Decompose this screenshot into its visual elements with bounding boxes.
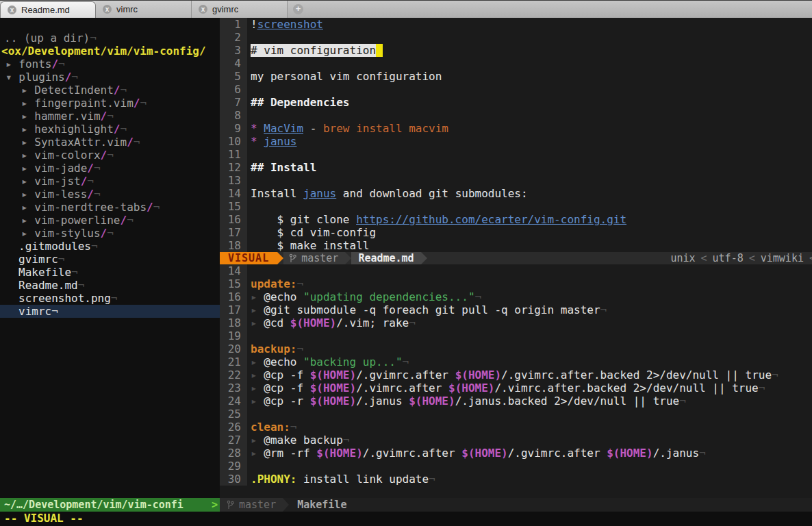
tree-item-screenshot.png[interactable]: screenshot.png¬ (0, 292, 220, 305)
code-segment: ▸ (251, 394, 264, 408)
tree-item-fingerpaint.vim[interactable]: ▸ fingerpaint.vim/¬ (0, 97, 220, 110)
tree-item-syntaxattr.vim[interactable]: ▸ SyntaxAttr.vim/¬ (0, 136, 220, 149)
code-segment: /.vimrc.after.backed 2>/dev/null || true (494, 381, 758, 394)
eol-marker: ¬ (87, 175, 94, 188)
code-text: ▸ @cd $(HOME)/.vim; rake¬ (247, 316, 416, 329)
tree-item-vim-jade[interactable]: ▸ vim-jade/¬ (0, 162, 220, 175)
eol-marker: ¬ (296, 342, 303, 355)
git-branch-icon (227, 500, 234, 510)
tree-item-label: / (147, 201, 153, 214)
code-text: ▸ @git submodule -q foreach git pull -q … (247, 303, 607, 316)
code-line: 7## Dependencies (220, 96, 812, 109)
tab-close-icon[interactable]: x (8, 5, 16, 14)
code-text: * janus (247, 135, 296, 148)
filename-segment: Makefile (289, 498, 355, 512)
code-segment: * (251, 135, 264, 148)
line-number: 27 (220, 434, 247, 447)
code-segment: /.janus.backed 2>/dev/null || true (455, 394, 680, 408)
code-line: 24▸ @cp -r $(HOME)/.janus $(HOME)/.janus… (220, 394, 812, 408)
code-text: ▸ @rm -rf $(HOME)/.gvimrc.after $(HOME)/… (247, 447, 706, 460)
code-segment: /.vim; rake (336, 316, 409, 329)
code-line: 20backup:¬ (220, 342, 812, 355)
tree-item-readme.md[interactable]: Readme.md¬ (0, 279, 220, 292)
code-segment: ▸ (251, 381, 264, 394)
code-text: ## Install (247, 161, 316, 174)
eol-marker: ¬ (429, 473, 435, 486)
eol-marker: ¬ (58, 253, 65, 266)
line-number: 9 (220, 122, 247, 135)
code-text: * MacVim - brew install macvim (247, 122, 448, 135)
eol-marker: ¬ (127, 214, 134, 227)
tree-item-gvimrc[interactable]: gvimrc¬ (0, 253, 220, 266)
tab-close-icon[interactable]: x (103, 5, 112, 14)
code-segment: $(HOME) (409, 394, 455, 408)
line-number: 14 (220, 187, 247, 200)
file-tree: .. (up a dir)¬<ox/Development/vim/vim-co… (0, 18, 220, 318)
tree-item-vim-powerline[interactable]: ▸ vim-powerline/¬ (0, 214, 220, 227)
code-segment: $(HOME) (310, 368, 356, 381)
tree-item-label: / (114, 123, 120, 136)
tree-item-label: / (51, 58, 58, 71)
code-line: 12## Install (220, 161, 812, 174)
tab-gvimrc[interactable]: xgvimrc (192, 1, 288, 18)
code-segment: $(HOME) (448, 381, 494, 394)
tab-label: Readme.md (21, 5, 70, 15)
tree-item-vim-less[interactable]: ▸ vim-less/¬ (0, 188, 220, 201)
separator-chevron: < (696, 252, 713, 264)
tree-item-..-up-a-dir-[interactable]: .. (up a dir)¬ (0, 32, 220, 45)
tree-item--ox-development-vim-vim-config-[interactable]: <ox/Development/vim/vim-config/ (0, 45, 220, 58)
tree-item-vim-jst[interactable]: ▸ vim-jst/¬ (0, 175, 220, 188)
code-line: 5my personal vim configuration (220, 70, 812, 83)
line-number: 5 (220, 70, 247, 83)
tab-label: vimrc (116, 4, 138, 14)
code-text (247, 57, 251, 70)
code-segment: my personal vim configuration (251, 70, 442, 83)
tree-item-plugins[interactable]: ▾ plugins/¬ (0, 71, 220, 84)
eol-marker: ¬ (600, 303, 607, 316)
tree-item-label: <ox/Development/vim/vim-config/ (1, 45, 206, 58)
tree-item-vim-nerdtree-tabs[interactable]: ▸ vim-nerdtree-tabs/¬ (0, 201, 220, 214)
tree-item-detectindent[interactable]: ▸ DetectIndent/¬ (0, 84, 220, 97)
nerdtree-sidebar[interactable]: .. (up a dir)¬<ox/Development/vim/vim-co… (0, 18, 220, 498)
truncation-arrow: > (212, 498, 220, 512)
code-line: 14 (220, 264, 812, 277)
tree-item-vimrc[interactable]: vimrc¬ (0, 305, 220, 318)
tree-item-vim-colorx[interactable]: ▸ vim-colorx/¬ (0, 149, 220, 162)
code-segment: $(HOME) (316, 447, 362, 460)
tree-item-hammer.vim[interactable]: ▸ hammer.vim/¬ (0, 110, 220, 123)
git-branch-segment: master (220, 498, 283, 512)
statusline-info-item: utf-8 (713, 252, 744, 264)
tree-item-makefile[interactable]: Makefile¬ (0, 266, 220, 279)
readme-editor-pane[interactable]: 1!screenshot23# vim configuration 45my p… (220, 18, 812, 252)
code-text (247, 83, 251, 96)
code-segment: /.gvimrc.after (508, 447, 607, 460)
eol-marker: ¬ (107, 227, 114, 240)
tree-item-label: .gitmodules (18, 240, 91, 253)
code-text: Install janus and download git submodule… (247, 187, 528, 200)
tree-item-fonts[interactable]: ▸ fonts/¬ (0, 58, 220, 71)
code-line: 22▸ @cp -f $(HOME)/.gvimrc.after $(HOME)… (220, 368, 812, 381)
code-line: 16 $ git clone https://github.com/ecarte… (220, 213, 812, 226)
code-line: 18▸ @cd $(HOME)/.vim; rake¬ (220, 316, 812, 329)
code-text: $ cd vim-config (247, 226, 376, 239)
tree-item-.gitmodules[interactable]: .gitmodules¬ (0, 240, 220, 253)
new-tab-button[interactable]: + (293, 4, 303, 14)
tree-item-label: Makefile (18, 266, 71, 279)
tab-vimrc[interactable]: xvimrc (96, 1, 192, 18)
tab-readme-md[interactable]: xReadme.md (0, 1, 96, 18)
eol-marker: ¬ (78, 279, 85, 292)
line-number: 16 (220, 213, 247, 226)
tab-bar: xReadme.mdxvimrcxgvimrc + (0, 0, 812, 18)
tree-item-label: vim-colorx (34, 149, 100, 162)
line-number: 20 (220, 342, 247, 355)
makefile-editor-pane[interactable]: 1415update:¬16▸ @echo "updating dependen… (220, 264, 812, 498)
code-segment: janus (264, 135, 296, 148)
code-line: 1!screenshot (220, 18, 812, 31)
tab-close-icon[interactable]: x (199, 5, 207, 14)
code-segment: MacVim (264, 122, 303, 135)
tree-item-hexhighlight[interactable]: ▸ hexhighlight/¬ (0, 123, 220, 136)
code-segment: * (251, 122, 264, 135)
eol-marker: ¬ (475, 290, 482, 303)
code-line: 25 (220, 408, 812, 421)
tree-item-vim-stylus[interactable]: ▸ vim-stylus/¬ (0, 227, 220, 240)
